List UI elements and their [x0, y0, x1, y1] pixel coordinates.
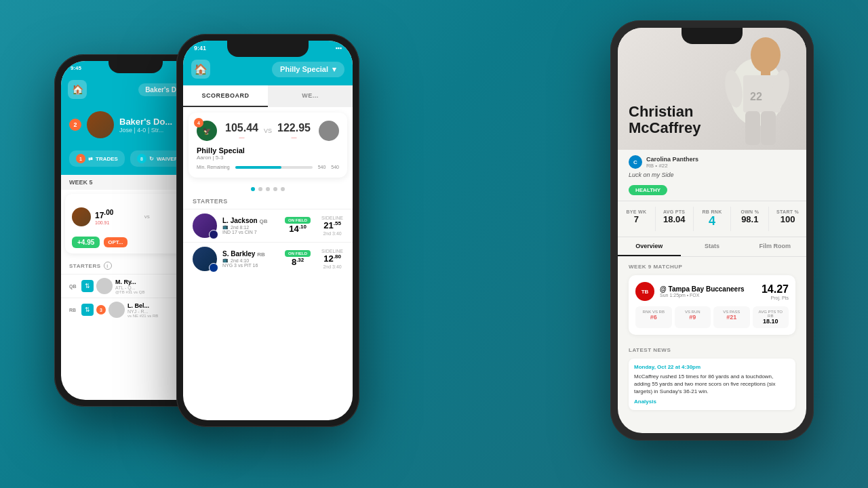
svg-text:22: 22	[750, 91, 762, 102]
own-pct-value: 98.1	[731, 214, 768, 224]
player-row-lamar: L. Jackson QB 📺 2nd 8:12 IND 17 vs CIN 7…	[183, 209, 353, 242]
time-2: 9:41	[194, 45, 206, 52]
p2-right-score: 122.95 —	[277, 122, 311, 140]
trades-count: 1	[76, 154, 85, 163]
team-name-3: Carolina Panthers	[646, 156, 698, 163]
matchup-card-2: 4 🦅 105.44 — VS 122.95 —	[189, 113, 347, 178]
waivers-count: 8	[137, 154, 146, 163]
starters-header-2: STARTERS	[183, 195, 353, 209]
trades-icon: ⇄	[88, 156, 93, 162]
matchup-section: WEEK 9 MATCHUP TB @ Tampa Bay Buccaneers…	[618, 257, 806, 342]
notch-3	[682, 28, 743, 44]
dot-3[interactable]	[266, 187, 270, 191]
waivers-icon: ↻	[149, 156, 154, 162]
ravens-logo	[209, 230, 218, 239]
ms-avg-pts: AVG PTS TO RB 18.10	[753, 306, 789, 328]
pagination-dots	[183, 183, 353, 195]
pos-label-qb: QB	[69, 284, 79, 289]
min-remaining-label: Min. Remaining	[197, 165, 230, 169]
opp-avatar	[319, 121, 339, 141]
analysis-link[interactable]: Analysis	[634, 399, 790, 405]
barkley-score-col: ON FIELD 8.32	[285, 250, 311, 267]
stat-start-pct: START % 100	[769, 207, 806, 231]
min-left: 540	[318, 165, 326, 169]
p2-left-score: 105.44 —	[225, 122, 258, 140]
bye-wk-label: BYE WK	[618, 209, 655, 214]
home-button-2[interactable]: 🏠	[191, 60, 210, 79]
matchup-card-3: TB @ Tampa Bay Buccaneers Sun 1:25pm • F…	[629, 275, 795, 335]
ms-avg-value: 18.10	[756, 318, 786, 325]
stats-row: BYE WK 7 AVG PTS 18.04 RB RNK 4 OWN % 98…	[618, 201, 806, 237]
p2-team-record: Aaron | 5-3	[197, 155, 339, 161]
team-rank-badge: 2	[69, 119, 81, 131]
barkley-score: 8.32	[285, 257, 311, 267]
stat-avg-pts: AVG PTS 18.04	[656, 207, 694, 231]
progress-bar	[235, 166, 313, 169]
p3-matchup-header: TB @ Tampa Bay Buccaneers Sun 1:25pm • F…	[635, 282, 789, 301]
lamar-sideline-col: SIDELINE 21.55 2nd 3:40	[321, 216, 343, 235]
p2-left-team: 4 🦅	[197, 121, 217, 141]
tab-stats[interactable]: Stats	[681, 237, 744, 256]
stat-rb-rnk: RB RNK 4	[694, 207, 732, 231]
dot-2[interactable]	[258, 187, 262, 191]
player-avatar-qb	[96, 278, 113, 294]
tab-overview[interactable]: Overview	[618, 237, 681, 256]
swap-button-rb[interactable]: ⇅	[81, 304, 94, 316]
scores-area: 105.44 — VS 122.95 —	[217, 122, 319, 140]
opp-game-time: Sun 1:25pm • FOX	[660, 293, 762, 298]
home-button-1[interactable]: 🏠	[68, 80, 87, 99]
barkley-pos: RB	[257, 251, 265, 258]
own-pct-label: OWN %	[731, 209, 768, 214]
trades-badge[interactable]: 1 ⇄ TRADES	[69, 150, 125, 167]
team-name-1: Baker's Do...	[119, 117, 172, 127]
team-num-badge: 4	[194, 118, 203, 127]
tab-film-room[interactable]: Film Room	[743, 237, 806, 256]
tabs-3: Overview Stats Film Room	[618, 237, 806, 257]
sideline-label-barkley: SIDELINE	[321, 249, 343, 253]
player-slogan: Luck on my Side	[618, 171, 806, 182]
player-row-barkley: S. Barkley RB 📺 2nd 4:10 NYG 3 vs PIT 16…	[183, 242, 353, 275]
lamar-name: L. Jackson QB	[222, 217, 279, 224]
philly-chevron: ▾	[332, 65, 336, 74]
svg-rect-7	[761, 111, 776, 145]
barkley-sideline-time: 2nd 3:40	[321, 264, 343, 269]
score-left-num: 17.00	[95, 209, 113, 220]
panthers-logo: C	[629, 155, 642, 169]
dot-1[interactable]	[251, 187, 255, 191]
philly-name: Philly Special	[280, 65, 328, 73]
tabs-2: SCOREBOARD WE...	[183, 85, 353, 107]
lamar-sideline-score: 21.55	[321, 220, 343, 230]
stat-bye-wk: BYE WK 7	[618, 207, 656, 231]
on-field-badge-barkley: ON FIELD	[285, 250, 311, 257]
barkley-game-score: NYG 3 vs PIT 16	[222, 263, 279, 268]
proj-pts-label: Proj. Pts	[762, 296, 789, 300]
tab-scoreboard[interactable]: SCOREBOARD	[183, 85, 268, 107]
signal-2: ▪▪▪	[335, 45, 342, 52]
notch-1	[108, 61, 163, 73]
ms-rnk-vs-rb: RNK VS RB #6	[635, 306, 672, 328]
dot-5[interactable]	[281, 187, 285, 191]
notch-2	[227, 41, 309, 57]
ms-vs-run: VS RUN #9	[675, 306, 711, 328]
lamar-pos: QB	[259, 218, 267, 224]
player-name-hero: Christian McCaffrey	[629, 104, 701, 136]
bye-wk-value: 7	[618, 214, 655, 224]
barkley-avatar	[193, 247, 217, 271]
news-text: McCaffrey rushed 15 times for 86 yards a…	[634, 373, 790, 396]
score-sub-right: —	[277, 134, 311, 140]
p2-vs: VS	[264, 127, 272, 134]
news-date: Monday, Oct 22 at 4:30pm	[634, 364, 790, 370]
trades-label: TRADES	[96, 156, 118, 162]
swap-button-qb[interactable]: ⇅	[81, 280, 94, 292]
barkley-game: 📺 2nd 4:10	[222, 258, 279, 263]
dot-4[interactable]	[273, 187, 277, 191]
tab-weekly[interactable]: WE...	[268, 85, 353, 107]
pos-label-rb: RB	[69, 308, 79, 312]
sideline-label-lamar: SIDELINE	[321, 216, 343, 220]
philly-team-badge[interactable]: Philly Special ▾	[272, 62, 344, 77]
health-badge: HEALTHY	[629, 185, 667, 195]
rb-rnk-value: 4	[694, 214, 731, 228]
ms-rnk-value: #6	[639, 314, 669, 321]
proj-pts-num: 14.27	[762, 283, 789, 296]
barkley-sideline-score: 12.80	[321, 253, 343, 264]
